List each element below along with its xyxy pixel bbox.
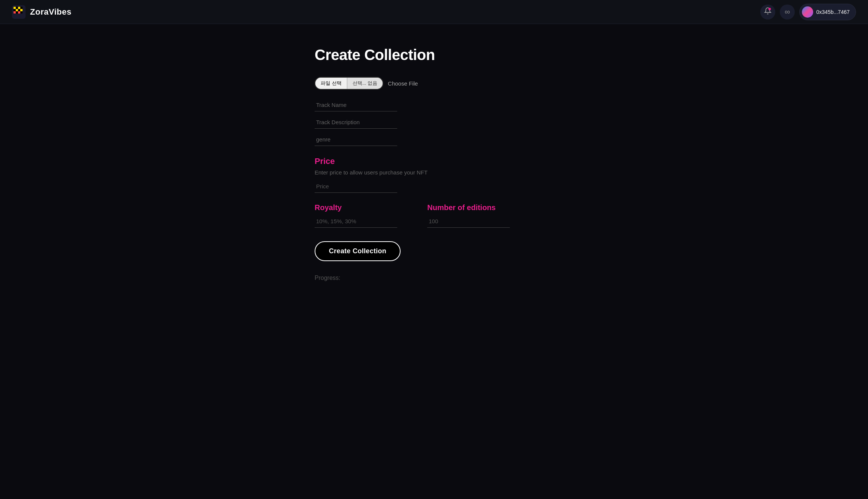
price-label: Price — [315, 156, 553, 166]
main-content: Create Collection 파일 선택 선택... 없음 Choose … — [303, 24, 565, 311]
price-description: Enter price to allow users purchase your… — [315, 169, 553, 176]
wallet-button[interactable]: 0x345b...7467 — [799, 4, 856, 20]
svg-point-13 — [769, 8, 771, 11]
price-section: Price Enter price to allow users purchas… — [315, 156, 553, 193]
wallet-avatar — [802, 6, 813, 18]
editions-col: Number of editions — [427, 203, 510, 228]
infinity-button[interactable]: ∞ — [780, 5, 795, 20]
file-input-row: 파일 선택 선택... 없음 Choose File — [315, 77, 553, 90]
header: ZoraVibes ∞ 0x345b...7467 — [0, 0, 868, 24]
genre-group — [315, 133, 553, 146]
editions-label: Number of editions — [427, 203, 510, 212]
royalty-label: Royalty — [315, 203, 397, 212]
track-name-input[interactable] — [315, 99, 397, 111]
svg-rect-8 — [16, 11, 18, 14]
app-title: ZoraVibes — [30, 7, 71, 17]
svg-rect-4 — [14, 9, 16, 11]
track-description-input[interactable] — [315, 116, 397, 129]
track-description-group — [315, 116, 553, 129]
price-input[interactable] — [315, 180, 397, 193]
header-right: ∞ 0x345b...7467 — [760, 4, 856, 20]
file-input-label[interactable]: 파일 선택 선택... 없음 — [315, 77, 383, 90]
create-btn-wrapper: Create Collection — [315, 228, 553, 261]
file-btn-korean: 파일 선택 — [315, 78, 347, 89]
svg-rect-10 — [20, 7, 23, 9]
royalty-input[interactable] — [315, 215, 397, 228]
svg-rect-3 — [18, 7, 20, 9]
svg-rect-7 — [14, 11, 16, 14]
header-left: ZoraVibes — [12, 5, 71, 19]
page-title: Create Collection — [315, 47, 553, 63]
genre-input[interactable] — [315, 133, 397, 146]
svg-rect-5 — [16, 9, 18, 11]
track-name-group — [315, 99, 553, 111]
app-logo — [12, 5, 26, 19]
svg-rect-1 — [14, 7, 16, 9]
wallet-address: 0x345b...7467 — [816, 9, 850, 15]
svg-rect-6 — [18, 9, 20, 11]
editions-input[interactable] — [427, 215, 510, 228]
royalty-editions-row: Royalty Number of editions — [315, 203, 553, 228]
svg-rect-2 — [16, 7, 18, 9]
bell-icon — [764, 7, 772, 17]
create-collection-button[interactable]: Create Collection — [315, 241, 401, 261]
notification-button[interactable] — [760, 5, 775, 20]
svg-rect-9 — [18, 11, 20, 14]
royalty-col: Royalty — [315, 203, 397, 228]
svg-rect-12 — [20, 11, 23, 14]
infinity-icon: ∞ — [785, 8, 790, 16]
progress-row: Progress: — [315, 275, 553, 281]
svg-rect-11 — [20, 9, 23, 11]
choose-file-text: Choose File — [388, 80, 418, 87]
progress-label: Progress: — [315, 275, 340, 281]
file-no-file-label: 선택... 없음 — [347, 78, 383, 89]
